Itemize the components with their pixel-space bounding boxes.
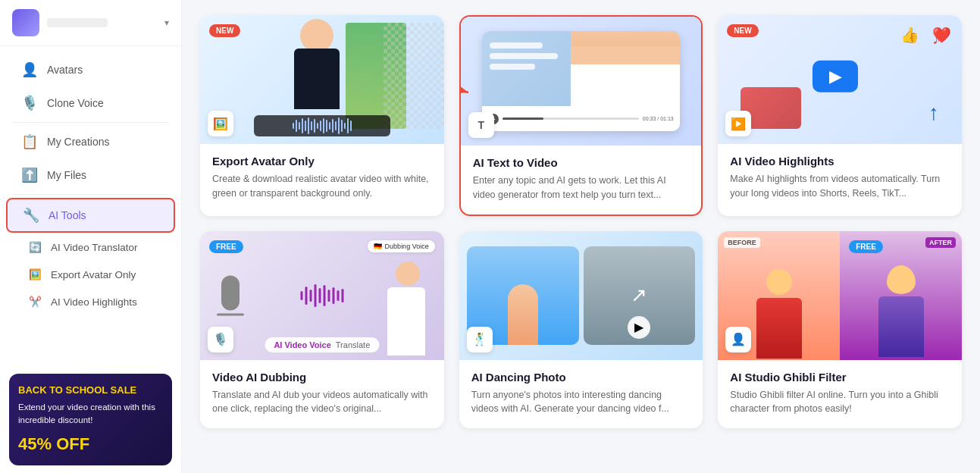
translator-icon: 🔄 bbox=[29, 241, 42, 253]
text2video-illustration: ▶ 00:33 / 01:13 bbox=[461, 17, 702, 146]
progress-track bbox=[503, 117, 639, 120]
card-action-icon-highlights[interactable]: ▶️ bbox=[725, 111, 751, 136]
card-image-dancing: ↗ ▶ 🕺 bbox=[459, 231, 703, 360]
cards-grid: NEW 🖼️ Export Avatar Only Create & downl… bbox=[200, 15, 962, 428]
wave-line bbox=[329, 122, 330, 130]
card-ai-ghibli[interactable]: BEFORE AFTER bbox=[718, 231, 962, 429]
card-body: Export Avatar Only Create & download rea… bbox=[200, 144, 444, 213]
card-body-dancing: AI Dancing Photo Turn anyone's photos in… bbox=[459, 360, 703, 429]
card-description: Create & download realistic avatar video… bbox=[212, 172, 432, 201]
section-divider bbox=[12, 122, 169, 123]
wave-line bbox=[344, 123, 346, 129]
card-export-avatar[interactable]: NEW 🖼️ Export Avatar Only Create & downl… bbox=[200, 15, 444, 216]
transparent-background bbox=[384, 23, 444, 129]
wave-line bbox=[308, 117, 309, 134]
creations-icon: 📋 bbox=[21, 133, 38, 150]
app-logo bbox=[12, 9, 39, 36]
card-title: Export Avatar Only bbox=[212, 155, 432, 168]
person-body bbox=[571, 46, 679, 107]
chevron-down-icon[interactable]: ▾ bbox=[164, 17, 169, 28]
card-body-text2video: AI Text to Video Enter any topic and AI … bbox=[461, 146, 702, 215]
card-title-dancing: AI Dancing Photo bbox=[471, 371, 691, 384]
sidebar-item-label: AI Video Highlights bbox=[51, 296, 137, 308]
avatar-icon: 👤 bbox=[21, 61, 38, 78]
waveform-bar bbox=[254, 115, 390, 136]
wave-line bbox=[323, 118, 324, 133]
sidebar-item-label: Avatars bbox=[47, 64, 83, 76]
card-action-icon-ghibli[interactable]: 👤 bbox=[725, 327, 751, 352]
card-image-export: NEW 🖼️ bbox=[200, 15, 444, 144]
card-action-icon-dubbing[interactable]: 🎙️ bbox=[208, 327, 233, 352]
card-description-text2video: Enter any topic and AI gets to work. Let… bbox=[473, 174, 690, 202]
sidebar-item-label: Export Avatar Only bbox=[51, 269, 136, 280]
arrow-up-icon: ↑ bbox=[928, 101, 939, 125]
promo-desc: Extend your video creation with this inc… bbox=[18, 401, 163, 428]
progress-fill bbox=[503, 117, 543, 120]
card-action-icon[interactable]: 🖼️ bbox=[208, 111, 233, 136]
card-action-icon-text2video[interactable]: T bbox=[468, 112, 494, 138]
promo-banner[interactable]: BACK TO SCHOOL SALE Extend your video cr… bbox=[9, 374, 172, 465]
card-ai-text-to-video[interactable]: ▶ 00:33 / 01:13 bbox=[459, 15, 703, 216]
dubbing-illustration: FREE 🇩🇪 Dubbing Voice bbox=[200, 231, 444, 360]
microphone-icon: 🎙️ bbox=[21, 95, 38, 111]
after-label: AFTER bbox=[925, 237, 956, 248]
sidebar-item-ai-video-translator[interactable]: 🔄 AI Video Translator bbox=[6, 234, 175, 260]
sidebar: ▾ 👤 Avatars 🎙️ Clone Voice 📋 My Creation… bbox=[0, 0, 182, 473]
wave-line bbox=[320, 121, 321, 131]
sidebar-item-my-creations[interactable]: 📋 My Creations bbox=[6, 126, 175, 158]
sidebar-item-clone-voice[interactable]: 🎙️ Clone Voice bbox=[6, 87, 175, 119]
card-image-dubbing: FREE 🇩🇪 Dubbing Voice bbox=[200, 231, 444, 360]
wave-line bbox=[326, 120, 327, 132]
sidebar-nav: 👤 Avatars 🎙️ Clone Voice 📋 My Creations … bbox=[0, 46, 181, 366]
card-title-dubbing: Video AI Dubbing bbox=[212, 371, 432, 384]
free-badge-dubbing: FREE bbox=[209, 240, 243, 253]
card-ai-dancing-photo[interactable]: ↗ ▶ 🕺 AI Dancing Photo Turn anyone's pho… bbox=[459, 231, 703, 429]
dance-arrow: ↗ bbox=[631, 283, 647, 307]
thumbs-up-icon: 👍 bbox=[900, 26, 919, 44]
card-action-icon-dancing[interactable]: 🕺 bbox=[467, 327, 493, 352]
card-title-text2video: AI Text to Video bbox=[473, 156, 690, 169]
ghibli-illustration: BEFORE AFTER bbox=[718, 231, 962, 360]
video-controls: ▶ 00:33 / 01:13 bbox=[482, 106, 679, 131]
sidebar-item-label: Clone Voice bbox=[47, 97, 104, 109]
card-description-ghibli: Studio Ghibli filter AI online. Turn you… bbox=[730, 388, 950, 417]
card-title-highlights: AI Video Highlights bbox=[730, 155, 950, 168]
wave-line bbox=[350, 121, 352, 131]
card-ai-video-highlights[interactable]: ▶ ♪ 👍 ❤️ ↑ NEW ▶️ AI Video Highlights Ma… bbox=[718, 15, 962, 216]
play-circle: ▶ bbox=[628, 316, 650, 339]
export-icon: 🖼️ bbox=[29, 268, 42, 280]
dance-photo-2: ↗ ▶ bbox=[584, 246, 696, 345]
user-info bbox=[47, 18, 157, 27]
promo-title: BACK TO SCHOOL SALE bbox=[18, 383, 163, 398]
dancing-illustration: ↗ ▶ 🕺 bbox=[459, 231, 703, 360]
card-body-dubbing: Video AI Dubbing Translate and AI dub yo… bbox=[200, 360, 444, 429]
highlights-icon: ✂️ bbox=[29, 296, 42, 308]
ai-voice-label: AI Video Voice Translate bbox=[265, 337, 379, 352]
sidebar-item-ai-video-highlights[interactable]: ✂️ AI Video Highlights bbox=[6, 289, 175, 315]
text-line-3 bbox=[490, 64, 535, 70]
wave-line bbox=[338, 117, 340, 134]
wave-line bbox=[341, 120, 343, 132]
tools-icon: 🔧 bbox=[23, 207, 39, 224]
card-description-highlights: Make AI highlights from videos automatic… bbox=[730, 172, 950, 201]
wave-line bbox=[299, 122, 300, 130]
dance-figure-1 bbox=[508, 284, 538, 345]
ghibli-after-panel: AFTER FREE bbox=[840, 231, 962, 360]
wave-line bbox=[347, 118, 349, 133]
dancing-photos: ↗ ▶ bbox=[459, 231, 703, 360]
section-divider-2 bbox=[12, 194, 169, 195]
microphone bbox=[215, 275, 246, 315]
card-video-ai-dubbing[interactable]: FREE 🇩🇪 Dubbing Voice bbox=[200, 231, 444, 429]
sidebar-item-ai-tools[interactable]: 🔧 AI Tools bbox=[6, 198, 175, 233]
wave-line bbox=[293, 123, 294, 129]
card-image-highlights: ▶ ♪ 👍 ❤️ ↑ NEW ▶️ bbox=[718, 15, 962, 144]
card-body-ghibli: AI Studio Ghibli Filter Studio Ghibli fi… bbox=[718, 360, 962, 429]
sidebar-item-export-avatar[interactable]: 🖼️ Export Avatar Only bbox=[6, 262, 175, 287]
sidebar-item-my-files[interactable]: ⬆️ My Files bbox=[6, 159, 175, 191]
wave-line bbox=[314, 119, 315, 133]
wave-line bbox=[332, 119, 333, 133]
sidebar-item-avatars[interactable]: 👤 Avatars bbox=[6, 54, 175, 86]
dubbing-voice-badge: 🇩🇪 Dubbing Voice bbox=[368, 240, 435, 252]
free-badge-ghibli: FREE bbox=[849, 240, 883, 253]
avatar-suit bbox=[294, 49, 340, 109]
